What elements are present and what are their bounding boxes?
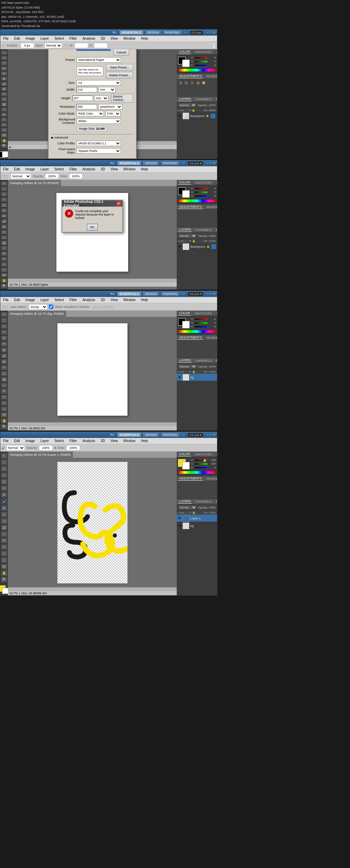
tool-crop-3[interactable]: ⊡	[1, 336, 7, 340]
adj-icon-levels[interactable]: ▲	[184, 80, 189, 85]
save-preset-btn[interactable]: Save Preset...	[106, 64, 133, 71]
menu-help-3[interactable]: Help	[139, 298, 149, 302]
cs-live-btn-4[interactable]: CS Live ▾	[188, 433, 203, 437]
color-spectrum-3[interactable]	[178, 330, 216, 333]
res-unit-select[interactable]: pixels/inch	[98, 104, 122, 109]
width-input-dialog[interactable]	[77, 87, 97, 92]
layer-row-bg-2[interactable]: 👁 Background 🔒	[177, 243, 217, 250]
b-slider-3[interactable]	[194, 326, 207, 328]
masks-tab-3[interactable]: MASKS	[206, 336, 217, 340]
blend-mode-select-1[interactable]: Normal	[178, 103, 197, 107]
tool-3d-2[interactable]: 3D	[1, 273, 7, 277]
menu-image-4[interactable]: Image	[24, 439, 36, 443]
cs-live-btn-2[interactable]: CS Live ▾	[188, 161, 203, 166]
menu-3d-3[interactable]: 3D	[99, 298, 106, 302]
r-slider-2[interactable]	[194, 187, 207, 190]
name-input[interactable]	[77, 49, 111, 51]
design-tab-2[interactable]: DESIGN	[143, 161, 159, 165]
tool-brush-2[interactable]: 🖌	[1, 219, 7, 223]
layer-row-background-1[interactable]: 👁 Background 🔒	[177, 112, 217, 120]
swatches-tab-3[interactable]: SWATCHES	[194, 311, 213, 315]
tool-erase-4[interactable]: ◻	[1, 518, 7, 524]
tool-heal-3[interactable]: ⊕	[1, 348, 7, 352]
menu-view-1[interactable]: View	[109, 36, 119, 41]
tool-dodge-4[interactable]: ○	[1, 531, 7, 537]
menu-filter-4[interactable]: Filter	[68, 439, 78, 443]
advanced-toggle[interactable]: ▶ Advanced	[51, 136, 68, 139]
scrollbar-h-3[interactable]	[8, 422, 177, 426]
tool-shape-2[interactable]: ◇	[1, 268, 7, 272]
menu-edit-4[interactable]: Edit	[13, 439, 21, 443]
tool-3d-4[interactable]: 3D	[1, 564, 7, 569]
tool-3d[interactable]: 3D	[1, 133, 7, 137]
tool-clone[interactable]: ⊗	[1, 87, 7, 91]
menu-file-2[interactable]: File	[2, 167, 10, 171]
masks-tab-4[interactable]: MASKS	[206, 477, 217, 481]
flow-input-2[interactable]	[69, 173, 83, 179]
tool-magic-3[interactable]: ⌖	[1, 330, 7, 335]
height-input-dialog[interactable]	[72, 95, 93, 101]
menu-filter-1[interactable]: Filter	[68, 36, 78, 41]
tool-pen[interactable]: ✒	[1, 113, 7, 117]
doc-tab-4[interactable]: changing clothes @ 16.7% (Layer 1, RGB/8…	[8, 452, 73, 458]
tool-erase-2[interactable]: ◻	[1, 235, 7, 240]
menu-layer-2[interactable]: Layer	[39, 167, 50, 171]
b-slider-1[interactable]	[194, 64, 207, 66]
layer-row-layer1-4[interactable]: 👁 Layer 1	[177, 515, 217, 522]
menu-edit-1[interactable]: Edit	[13, 36, 21, 41]
cs-live-btn-1[interactable]: CS Live	[190, 30, 203, 35]
cancel-btn[interactable]: Cancel	[113, 49, 129, 56]
tool-text-3[interactable]: T	[1, 395, 7, 400]
blend-mode-select-3[interactable]: Normal	[178, 364, 197, 369]
blend-mode-select-4[interactable]: Normal	[178, 505, 197, 510]
tool-grad-2[interactable]: ▥	[1, 241, 7, 245]
menu-edit-3[interactable]: Edit	[13, 298, 21, 302]
menu-window-1[interactable]: Window	[122, 36, 137, 41]
paths-tab-1[interactable]: PATHS	[215, 97, 217, 101]
style-select-1[interactable]: Normal	[44, 43, 62, 48]
lock-position-icon[interactable]: ✛	[189, 109, 191, 112]
tool-hist-2[interactable]: ↩	[1, 230, 7, 234]
menu-view-4[interactable]: View	[109, 439, 119, 443]
tool-pen-4[interactable]: ✒	[1, 538, 7, 543]
masks-tab-1[interactable]: MASKS	[206, 74, 217, 78]
cs-live-btn-3[interactable]: CS Live ▾	[188, 292, 203, 296]
menu-3d-1[interactable]: 3D	[99, 36, 106, 41]
menu-edit-2[interactable]: Edit	[13, 167, 21, 171]
tool-healing[interactable]: ⊕	[1, 77, 7, 81]
adj-icon-hue[interactable]: 🎨	[201, 80, 206, 85]
color-tab-3[interactable]: COLOR	[178, 311, 191, 315]
adj-tab-4[interactable]: ADJUSTMENTS	[178, 476, 203, 481]
tool-lasso[interactable]: ⊂	[1, 56, 7, 60]
tool-zoom-3[interactable]: 🔍	[1, 424, 7, 429]
tool-zoom[interactable]: 🔍	[1, 144, 7, 148]
auto-select-select-3[interactable]: Group	[29, 304, 48, 310]
tool-path-4[interactable]: ↖	[1, 551, 7, 556]
design-tab-3[interactable]: DESIGN	[143, 292, 159, 296]
error-ok-btn[interactable]: OK	[87, 224, 97, 231]
g-slider-4[interactable]	[194, 463, 207, 465]
tool-marquee-3[interactable]: ⬚	[1, 318, 7, 323]
mode-select-2[interactable]: Normal	[11, 173, 31, 179]
menu-view-3[interactable]: View	[109, 298, 119, 302]
tool-dodge-3[interactable]: ○	[1, 383, 7, 388]
layer-eye-1[interactable]: 👁	[177, 114, 181, 118]
scrollbar-h-2[interactable]	[8, 278, 177, 282]
adj-icon-curves[interactable]: ∿	[190, 80, 194, 85]
opacity-input-2[interactable]	[45, 173, 59, 179]
layer-row-bg-4[interactable]: 👁 bg	[177, 522, 217, 530]
styles-tab-3[interactable]: STYLES	[216, 311, 217, 315]
paths-tab-2[interactable]: PATHS	[215, 228, 217, 232]
design-tab-1[interactable]: DESIGN	[145, 30, 161, 35]
bg-swatch-2[interactable]	[182, 190, 190, 198]
bg-color-swatch-4[interactable]	[2, 588, 8, 594]
flow-input-4[interactable]	[66, 445, 80, 451]
styles-tab-2[interactable]: STYLES	[216, 181, 217, 185]
tool-lasso-2[interactable]: ⊂	[1, 192, 7, 196]
tool-eye-3[interactable]: ✏	[1, 341, 7, 346]
tool-hand-3[interactable]: ✋	[1, 418, 7, 423]
bg-swatch-1[interactable]	[182, 60, 190, 67]
tool-magic-wand[interactable]: ⌖	[1, 61, 7, 65]
masks-tab-2[interactable]: MASKS	[206, 205, 217, 209]
menu-select-2[interactable]: Select	[53, 167, 65, 171]
